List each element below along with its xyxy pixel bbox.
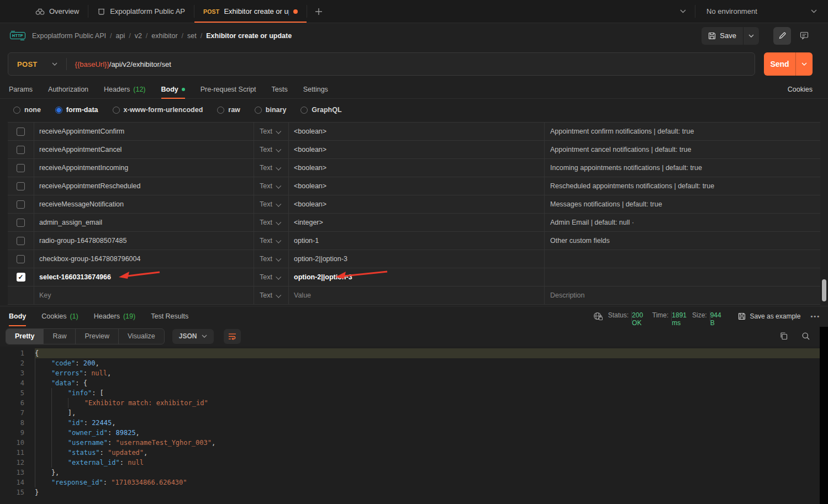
row-type-dropdown[interactable]: Text <box>254 141 289 158</box>
copy-icon[interactable] <box>779 332 788 341</box>
row-type-dropdown[interactable]: Text <box>254 287 289 304</box>
row-description[interactable]: Appointment confirm notifications | defa… <box>545 123 820 140</box>
row-description[interactable]: Admin Email | default: null · <box>545 214 820 231</box>
view-visualize[interactable]: Visualize <box>119 329 164 344</box>
row-description[interactable]: Other custom fields <box>545 232 820 250</box>
mode-x-www-form-urlencoded[interactable]: x-www-form-urlencoded <box>113 106 203 114</box>
row-type-dropdown[interactable]: Text <box>254 250 289 268</box>
mode-raw[interactable]: raw <box>217 106 240 114</box>
row-description[interactable]: Description <box>545 287 820 304</box>
send-button[interactable]: Send <box>764 60 795 68</box>
row-value[interactable]: <boolean> <box>289 141 545 158</box>
mode-graphql[interactable]: GraphQL <box>300 106 341 114</box>
row-key[interactable]: admin_assign_email <box>34 214 254 231</box>
edit-button[interactable] <box>773 27 791 45</box>
tab-request-active[interactable]: POST Exhibitor create or upd <box>194 0 307 23</box>
row-value[interactable]: <boolean> <box>289 177 545 195</box>
row-key[interactable]: receiveAppointmentConfirm <box>34 123 254 140</box>
row-checkbox[interactable]: ✓ <box>17 273 25 282</box>
row-key[interactable]: select-1660313674966 <box>34 268 254 286</box>
tab-body[interactable]: Body <box>161 81 185 98</box>
row-checkbox[interactable] <box>17 219 25 227</box>
row-type-dropdown[interactable]: Text <box>254 214 289 231</box>
time-badge[interactable]: Time:1891 ms <box>652 311 687 321</box>
mode-binary[interactable]: binary <box>255 106 287 114</box>
row-value[interactable]: <boolean> <box>289 195 545 213</box>
environment-selector[interactable]: No environment <box>695 0 828 23</box>
row-key[interactable]: radio-group-1647808507485 <box>34 232 254 250</box>
method-dropdown[interactable]: POST <box>8 53 66 75</box>
more-options-icon[interactable]: ••• <box>810 313 820 320</box>
response-tab-body[interactable]: Body <box>9 306 26 326</box>
tab-pre-request-script[interactable]: Pre-request Script <box>201 81 256 98</box>
save-options-button[interactable] <box>743 27 759 45</box>
row-checkbox[interactable] <box>17 182 25 190</box>
row-description[interactable] <box>545 250 820 268</box>
send-options-button[interactable] <box>795 52 813 76</box>
row-checkbox[interactable] <box>17 200 25 209</box>
row-checkbox[interactable] <box>17 164 25 172</box>
format-dropdown[interactable]: JSON <box>172 329 214 344</box>
row-value[interactable]: Value <box>289 287 545 304</box>
tab-params[interactable]: Params <box>9 81 33 98</box>
wrap-text-button[interactable] <box>224 329 241 344</box>
row-description[interactable] <box>545 268 820 286</box>
row-description[interactable]: Rescheduled appointments notifications |… <box>545 177 820 195</box>
request-url-text[interactable]: {{baseUrl}}/api/v2/exhibitor/set <box>67 60 171 68</box>
breadcrumb-item[interactable]: exhibitor <box>151 32 177 40</box>
row-type-dropdown[interactable]: Text <box>254 232 289 250</box>
tab-overflow-button[interactable] <box>671 0 695 23</box>
size-badge[interactable]: Size:944 B <box>692 311 725 321</box>
row-key[interactable]: Key <box>34 287 254 304</box>
save-button[interactable]: Save <box>702 27 743 45</box>
row-key[interactable]: receiveAppointmentCancel <box>34 141 254 158</box>
status-badge[interactable]: Status:200 OK <box>608 311 647 321</box>
row-value[interactable]: option-2||option-3 <box>289 250 545 268</box>
row-key[interactable]: receiveMessageNotification <box>34 195 254 213</box>
row-value[interactable]: <boolean> <box>289 123 545 140</box>
row-key[interactable]: receiveAppointmentIncoming <box>34 159 254 177</box>
row-type-dropdown[interactable]: Text <box>254 268 289 286</box>
tab-headers[interactable]: Headers(12) <box>104 81 145 98</box>
search-icon[interactable] <box>801 332 810 341</box>
view-preview[interactable]: Preview <box>76 329 118 344</box>
row-checkbox[interactable] <box>17 255 25 263</box>
request-url-field[interactable]: POST {{baseUrl}}/api/v2/exhibitor/set <box>8 52 755 76</box>
response-tab-test-results[interactable]: Test Results <box>151 306 188 326</box>
save-as-example-button[interactable]: Save as example <box>738 312 800 320</box>
response-tab-cookies[interactable]: Cookies(1) <box>41 306 78 326</box>
row-description[interactable]: Messages notifications | default: true <box>545 195 820 213</box>
response-body-json[interactable]: 1{2"code": 200,3"errors": null,4"data": … <box>0 347 820 504</box>
response-tab-headers[interactable]: Headers(19) <box>94 306 135 326</box>
row-checkbox[interactable] <box>17 237 25 245</box>
row-value[interactable]: option-2||option-3 <box>289 268 545 286</box>
row-type-dropdown[interactable]: Text <box>254 195 289 213</box>
row-value[interactable]: <boolean> <box>289 159 545 177</box>
new-tab-button[interactable] <box>307 0 330 23</box>
row-value[interactable]: option-1 <box>289 232 545 250</box>
row-checkbox[interactable] <box>17 128 25 136</box>
page-scrollbar[interactable] <box>822 279 826 301</box>
tab-settings[interactable]: Settings <box>303 81 328 98</box>
cookies-link[interactable]: Cookies <box>788 81 813 98</box>
breadcrumb-item[interactable]: Expoplatform Public API <box>32 32 106 40</box>
tab-authorization[interactable]: Authorization <box>48 81 88 98</box>
tab-overview[interactable]: Overview <box>27 0 88 23</box>
breadcrumb-item[interactable]: v2 <box>135 32 142 40</box>
breadcrumb-item[interactable]: set <box>187 32 197 40</box>
row-key[interactable]: receiveAppointmentRescheduled <box>34 177 254 195</box>
row-description[interactable]: Appointment cancel notifications | defau… <box>545 141 820 158</box>
row-value[interactable]: <integer> <box>289 214 545 231</box>
row-type-dropdown[interactable]: Text <box>254 159 289 177</box>
tab-tests[interactable]: Tests <box>272 81 288 98</box>
mode-none[interactable]: none <box>13 106 41 114</box>
tab-collection[interactable]: Expoplatform Public AP <box>88 0 194 23</box>
row-type-dropdown[interactable]: Text <box>254 177 289 195</box>
breadcrumb-item[interactable]: api <box>115 32 125 40</box>
view-raw[interactable]: Raw <box>44 329 76 344</box>
mode-form-data[interactable]: form-data <box>55 106 98 114</box>
comment-button[interactable] <box>795 27 813 45</box>
row-key[interactable]: checkbox-group-1647808796004 <box>34 250 254 268</box>
row-checkbox[interactable] <box>17 146 25 154</box>
row-type-dropdown[interactable]: Text <box>254 123 289 140</box>
